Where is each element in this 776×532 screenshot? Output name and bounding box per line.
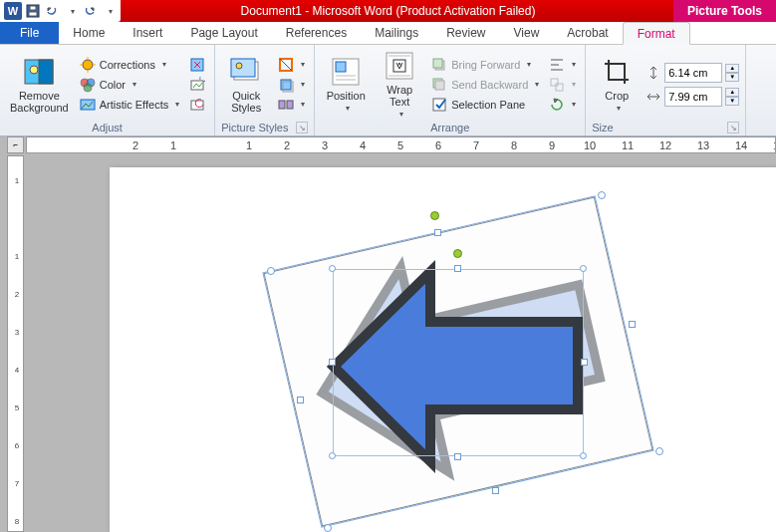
svg-rect-37 [435, 81, 444, 90]
svg-rect-14 [81, 100, 95, 110]
svg-point-20 [236, 63, 242, 69]
change-picture-button[interactable] [186, 76, 208, 94]
width-down[interactable]: ▼ [725, 97, 739, 106]
svg-rect-43 [556, 84, 563, 91]
selection-handle-l[interactable] [297, 397, 304, 403]
inner-selection-box[interactable] [333, 269, 584, 456]
horizontal-ruler[interactable]: 21123456789101112131415161718 [26, 136, 776, 153]
tab-insert[interactable]: Insert [119, 22, 176, 44]
width-spinner[interactable]: ▲▼ [646, 87, 739, 107]
undo-dropdown-icon[interactable] [63, 3, 79, 19]
tab-mailings[interactable]: Mailings [361, 22, 432, 44]
ribbon-tabs: File Home Insert Page Layout References … [0, 22, 776, 45]
svg-rect-27 [336, 62, 346, 72]
group-button[interactable] [546, 76, 579, 94]
quick-styles-button[interactable]: Quick Styles [221, 48, 271, 121]
width-up[interactable]: ▲ [725, 88, 739, 97]
group-arrange-label: Arrange [321, 121, 579, 133]
inner-handle-r[interactable] [581, 359, 588, 366]
inner-handle-t[interactable] [454, 265, 461, 272]
group-size-label: Size [592, 121, 613, 133]
document-page[interactable] [110, 167, 776, 532]
position-button[interactable]: Position [321, 48, 371, 121]
vertical-ruler[interactable]: 112345678 [7, 155, 24, 532]
rotate-button[interactable] [546, 96, 579, 114]
align-button[interactable] [546, 56, 579, 74]
picture-border-button[interactable] [275, 56, 308, 74]
word-icon[interactable]: W [4, 2, 22, 20]
inner-handle-l[interactable] [329, 359, 336, 366]
qat-customize-icon[interactable] [101, 3, 117, 19]
inner-rotation-handle[interactable] [453, 249, 462, 258]
bring-forward-button[interactable]: Bring Forward [428, 56, 542, 74]
height-icon [646, 65, 661, 81]
group-adjust: Remove Background Corrections Color Arti… [0, 45, 215, 135]
selection-handle-tr[interactable] [598, 191, 606, 199]
svg-rect-2 [30, 6, 36, 10]
tab-view[interactable]: View [500, 22, 554, 44]
tab-format[interactable]: Format [623, 22, 690, 45]
selection-handle-t[interactable] [434, 229, 441, 236]
svg-rect-17 [191, 101, 203, 110]
tab-review[interactable]: Review [432, 22, 499, 44]
inner-handle-b[interactable] [454, 453, 461, 460]
color-button[interactable]: Color [77, 76, 182, 94]
group-size: Crop ▲▼ ▲▼ Size↘ [586, 45, 746, 135]
width-input[interactable] [664, 87, 722, 107]
height-up[interactable]: ▲ [725, 64, 739, 73]
undo-icon[interactable] [44, 3, 60, 19]
rotation-handle[interactable] [430, 211, 439, 220]
inner-handle-bl[interactable] [329, 452, 336, 459]
svg-rect-24 [279, 101, 285, 109]
ruler-corner[interactable]: ⌐ [7, 136, 24, 153]
tab-file[interactable]: File [0, 22, 59, 44]
tab-references[interactable]: References [272, 22, 361, 44]
inner-handle-tl[interactable] [329, 265, 336, 272]
selection-handle-r[interactable] [629, 321, 636, 328]
inner-handle-br[interactable] [580, 452, 587, 459]
svg-point-5 [30, 66, 38, 74]
title-bar: W Document1 - Microsoft Word (Product Ac… [0, 0, 776, 22]
picture-effects-button[interactable] [275, 76, 308, 94]
selection-handle-bl[interactable] [324, 524, 332, 532]
tab-page-layout[interactable]: Page Layout [176, 22, 271, 44]
height-spinner[interactable]: ▲▼ [646, 63, 739, 83]
svg-rect-19 [231, 59, 255, 77]
svg-rect-42 [551, 79, 558, 86]
width-icon [646, 89, 661, 105]
quick-access-toolbar: W [0, 0, 121, 22]
tab-home[interactable]: Home [59, 22, 119, 44]
remove-background-button[interactable]: Remove Background [6, 48, 73, 121]
compress-pictures-button[interactable] [186, 56, 208, 74]
save-icon[interactable] [25, 3, 41, 19]
size-dialog-launcher[interactable]: ↘ [727, 122, 739, 133]
inner-handle-tr[interactable] [580, 265, 587, 272]
selection-pane-button[interactable]: Selection Pane [428, 96, 542, 114]
svg-rect-30 [387, 53, 412, 79]
selection-handle-tl[interactable] [267, 267, 275, 275]
quick-styles-label: Quick Styles [231, 90, 261, 114]
wrap-text-button[interactable]: Wrap Text [375, 48, 424, 121]
tab-acrobat[interactable]: Acrobat [553, 22, 622, 44]
group-picture-styles: Quick Styles Picture Styles↘ [215, 45, 315, 135]
svg-rect-1 [29, 12, 37, 16]
group-arrange: Position Wrap Text Bring Forward Send Ba… [315, 45, 586, 135]
svg-rect-35 [433, 59, 442, 68]
artistic-effects-button[interactable]: Artistic Effects [77, 96, 182, 114]
picture-tools-tab-header: Picture Tools [673, 0, 776, 22]
redo-icon[interactable] [82, 3, 98, 19]
svg-rect-25 [287, 101, 293, 109]
send-backward-button[interactable]: Send Backward [428, 76, 542, 94]
height-down[interactable]: ▼ [725, 73, 739, 82]
height-input[interactable] [664, 63, 722, 83]
selection-handle-b[interactable] [492, 487, 499, 494]
crop-button[interactable]: Crop [592, 48, 642, 121]
reset-picture-button[interactable] [186, 96, 208, 114]
picture-layout-button[interactable] [275, 96, 308, 114]
window-title: Document1 - Microsoft Word (Product Acti… [241, 4, 536, 18]
remove-background-label: Remove Background [10, 90, 69, 114]
svg-point-13 [84, 84, 92, 92]
corrections-button[interactable]: Corrections [77, 56, 182, 74]
selection-handle-br[interactable] [655, 447, 663, 455]
styles-dialog-launcher[interactable]: ↘ [296, 122, 308, 133]
